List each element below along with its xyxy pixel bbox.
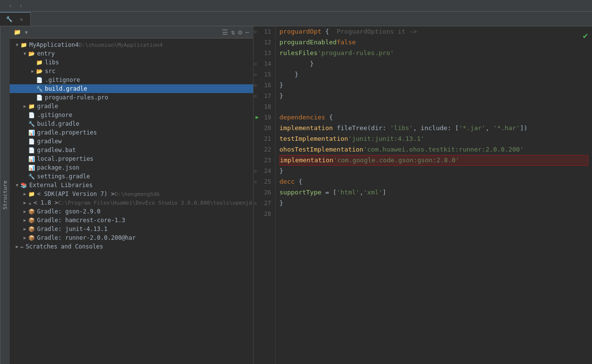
tree-arrow-icon[interactable]: ▼ [14, 42, 20, 47]
settings-icon[interactable]: ⚙ [238, 28, 242, 36]
main-layout: Structure 📁 ▼ ☰ ⇅ ⚙ − ▼📁MyApplication4 D… [0, 26, 592, 364]
tab-bar: 🔧 ✕ [0, 12, 592, 26]
tree-item-gitignore1[interactable]: 📄.gitignore [10, 76, 253, 84]
tree-item-icon: 📊 [28, 130, 35, 136]
tree-item-label: entry [37, 50, 55, 57]
fold-icon[interactable]: ⊟ [254, 198, 257, 209]
collapse-icon[interactable]: ☰ [222, 28, 228, 36]
code-line-23[interactable]: implementation 'com.google.code.gson:gso… [279, 155, 588, 166]
minimize-icon[interactable]: − [245, 28, 249, 36]
tree-item-icon: 🔧 [28, 121, 35, 127]
tree-item-jdk18[interactable]: ▶☕< 1.8 > C:\Program Files\HuaWei\DevEco… [10, 198, 253, 207]
tree-item-packagejson[interactable]: 📊package.json [10, 163, 253, 172]
fold-icon[interactable]: ⊟ [254, 58, 257, 69]
fold-icon[interactable]: ⊟ [254, 176, 257, 187]
tree-item-entry[interactable]: ▼📂entry [10, 49, 253, 58]
tree-item-settingsgradle[interactable]: 🔧settings.gradle [10, 172, 253, 181]
tree-item-myapp4[interactable]: ▼📁MyApplication4 D:\zhuomian\MyApplicati… [10, 40, 253, 49]
tree-item-label: Gradle: hamcrest-core-1.3 [37, 217, 125, 224]
tree-item-icon: 📁 [28, 191, 35, 197]
fold-icon[interactable]: ⊟ [254, 26, 257, 37]
tree-item-icon: 📦 [28, 217, 35, 224]
tree-arrow-icon[interactable]: ▼ [14, 183, 20, 188]
tree-arrow-icon[interactable]: ▶ [21, 218, 28, 223]
tab-close-button[interactable]: ✕ [19, 16, 24, 22]
tree-item-src[interactable]: ▶📂src [10, 67, 253, 76]
fold-icon[interactable]: ⊟ [254, 69, 257, 80]
code-line-24[interactable]: } [279, 166, 588, 176]
tree-item-gradleprops[interactable]: 📊gradle.properties [10, 128, 253, 137]
tree-item-icon: 📦 [28, 226, 35, 232]
editor-content[interactable]: ⊟111213⊟14⊟15⊟16⊟1718▶1920212223⊟24⊟2526… [254, 26, 592, 364]
tree-item-label: package.json [37, 164, 79, 171]
code-line-20[interactable]: implementation fileTree(dir: 'libs', inc… [279, 123, 588, 134]
tree-item-label: gradlew.bat [37, 147, 76, 153]
tree-item-icon: 🔧 [28, 173, 35, 180]
tree-item-icon: 🔧 [36, 86, 43, 92]
tree-item-label: build.gradle [45, 85, 87, 92]
code-line-17[interactable]: } [279, 91, 588, 101]
code-line-18[interactable] [279, 101, 588, 112]
code-line-22[interactable]: ohosTestImplementation 'com.huawei.ohos.… [279, 144, 588, 155]
tree-item-path: D:\zhuomian\MyApplication4 [79, 42, 162, 48]
tree-arrow-icon[interactable]: ▶ [14, 244, 20, 249]
code-line-28[interactable] [279, 209, 588, 219]
tree-item-icon: 📂 [36, 68, 43, 75]
code-line-19[interactable]: dependencies { [279, 112, 588, 123]
tree-item-libs[interactable]: 📁libs [10, 58, 253, 67]
tree-item-icon: 📁 [36, 59, 43, 66]
expand-icon[interactable]: ⇅ [231, 28, 235, 36]
line-number-17: ⊟17 [254, 91, 275, 101]
code-line-14[interactable]: } [279, 58, 588, 69]
code-line-12[interactable]: proguardEnabled false [279, 37, 588, 48]
code-line-11[interactable]: proguardOpt { ProguardOptions it -> [279, 26, 588, 37]
tree-arrow-icon[interactable]: ▼ [21, 51, 28, 56]
tree-arrow-icon[interactable]: ▶ [21, 104, 28, 109]
tree-item-gradlew[interactable]: 📄gradlew [10, 137, 253, 146]
code-line-26[interactable]: supportType = ['html','xml'] [279, 187, 588, 198]
tree-arrow-icon[interactable]: ▶ [21, 227, 28, 231]
tree-item-gradlewbat[interactable]: 📄gradlew.bat [10, 146, 253, 154]
code-line-25[interactable]: decc { [279, 176, 588, 187]
line-number-20: 20 [254, 123, 275, 134]
run-icon[interactable]: ▶ [256, 112, 259, 123]
tree-item-scratches[interactable]: ▶✏️Scratches and Consoles [10, 242, 253, 251]
tree-arrow-icon[interactable]: ▶ [21, 200, 28, 205]
tree-item-path: D:\hongmengSdk [115, 191, 160, 197]
tree-arrow-icon[interactable]: ▶ [21, 192, 28, 196]
tree-item-label: .gitignore [37, 112, 72, 118]
tree-item-gson[interactable]: ▶📦Gradle: gson-2.9.0 [10, 207, 253, 216]
tree-item-extlibs[interactable]: ▼📚External Libraries [10, 181, 253, 190]
tree-item-buildgradle2[interactable]: 🔧build.gradle [10, 119, 253, 128]
code-line-15[interactable]: } [279, 69, 588, 80]
fold-icon[interactable]: ⊟ [254, 166, 257, 176]
line-number-21: 21 [254, 134, 275, 144]
tree-arrow-icon[interactable]: ▶ [29, 69, 36, 74]
structure-tab[interactable]: Structure [0, 26, 10, 364]
tree-item-label: < 1.8 > [34, 199, 59, 206]
project-icon: 📁 [14, 29, 21, 36]
tree-item-runner[interactable]: ▶📦Gradle: runner-2.0.0.200@har [10, 233, 253, 242]
tree-item-hamcrest[interactable]: ▶📦Gradle: hamcrest-core-1.3 [10, 216, 253, 225]
tree-item-icon: 📊 [28, 156, 35, 162]
tree-item-sdk[interactable]: ▶📁< SDK(API Version 7) > D:\hongmengSdk [10, 190, 253, 198]
tree-item-buildgradle1[interactable]: 🔧build.gradle [10, 84, 253, 93]
tree-arrow-icon[interactable]: ▶ [21, 235, 28, 240]
fold-icon[interactable]: ⊟ [254, 91, 257, 101]
tree-item-junit[interactable]: ▶📦Gradle: junit-4.13.1 [10, 225, 253, 233]
code-line-21[interactable]: testImplementation 'junit:junit:4.13.1' [279, 134, 588, 144]
code-line-27[interactable]: } [279, 198, 588, 209]
tree-arrow-icon[interactable]: ▶ [21, 209, 28, 214]
line-number-24: ⊟24 [254, 166, 275, 176]
tree-item-localprops[interactable]: 📊local.properties [10, 154, 253, 163]
code-line-13[interactable]: rulesFiles 'proguard-rules.pro' [279, 48, 588, 58]
code-line-16[interactable]: } [279, 80, 588, 91]
tree-item-gradle[interactable]: ▶📁gradle [10, 102, 253, 111]
tree-item-label: libs [45, 59, 59, 66]
code-content[interactable]: proguardOpt { ProguardOptions it -> prog… [276, 26, 592, 364]
tab-build-gradle[interactable]: 🔧 ✕ [0, 12, 31, 26]
tree-item-proguard[interactable]: 📄proguard-rules.pro [10, 93, 253, 102]
tree-item-gitignore2[interactable]: 📄.gitignore [10, 111, 253, 119]
fold-icon[interactable]: ⊟ [254, 80, 257, 91]
dropdown-arrow-icon[interactable]: ▼ [25, 30, 28, 35]
